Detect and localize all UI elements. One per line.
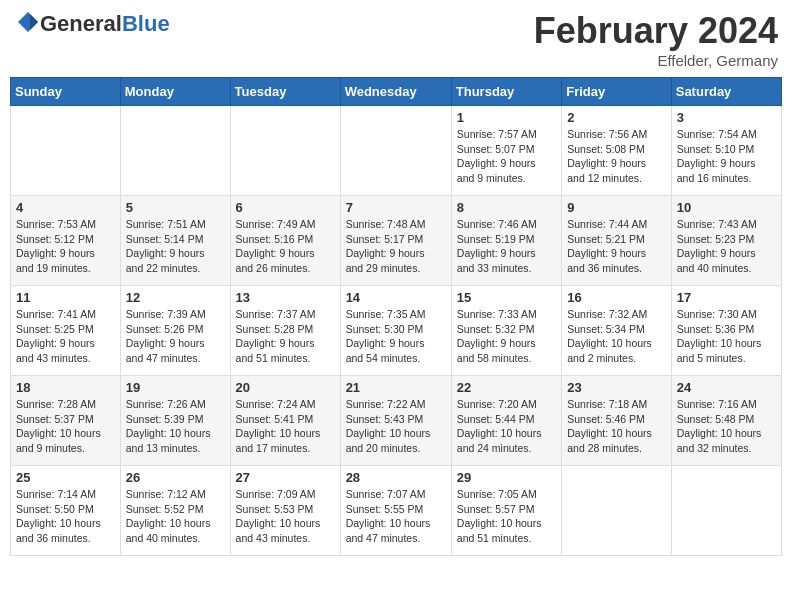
day-info: Sunrise: 7:41 AM Sunset: 5:25 PM Dayligh… [16,307,115,366]
page-header: GeneralBlue February 2024 Effelder, Germ… [10,10,782,69]
location: Effelder, Germany [534,52,778,69]
day-info: Sunrise: 7:09 AM Sunset: 5:53 PM Dayligh… [236,487,335,546]
day-info: Sunrise: 7:05 AM Sunset: 5:57 PM Dayligh… [457,487,556,546]
calendar-cell: 6Sunrise: 7:49 AM Sunset: 5:16 PM Daylig… [230,196,340,286]
day-number: 1 [457,110,556,125]
day-info: Sunrise: 7:26 AM Sunset: 5:39 PM Dayligh… [126,397,225,456]
calendar-cell [562,466,672,556]
day-number: 20 [236,380,335,395]
day-number: 21 [346,380,446,395]
day-number: 28 [346,470,446,485]
day-info: Sunrise: 7:56 AM Sunset: 5:08 PM Dayligh… [567,127,666,186]
day-info: Sunrise: 7:46 AM Sunset: 5:19 PM Dayligh… [457,217,556,276]
calendar-cell: 15Sunrise: 7:33 AM Sunset: 5:32 PM Dayli… [451,286,561,376]
calendar-cell [340,106,451,196]
calendar-cell: 20Sunrise: 7:24 AM Sunset: 5:41 PM Dayli… [230,376,340,466]
day-number: 11 [16,290,115,305]
day-info: Sunrise: 7:22 AM Sunset: 5:43 PM Dayligh… [346,397,446,456]
calendar-cell: 22Sunrise: 7:20 AM Sunset: 5:44 PM Dayli… [451,376,561,466]
calendar-cell: 5Sunrise: 7:51 AM Sunset: 5:14 PM Daylig… [120,196,230,286]
logo-blue-text: Blue [122,11,170,36]
calendar-cell: 18Sunrise: 7:28 AM Sunset: 5:37 PM Dayli… [11,376,121,466]
day-number: 7 [346,200,446,215]
day-info: Sunrise: 7:20 AM Sunset: 5:44 PM Dayligh… [457,397,556,456]
weekday-header: Tuesday [230,78,340,106]
day-number: 22 [457,380,556,395]
day-info: Sunrise: 7:37 AM Sunset: 5:28 PM Dayligh… [236,307,335,366]
day-number: 2 [567,110,666,125]
calendar-header-row: SundayMondayTuesdayWednesdayThursdayFrid… [11,78,782,106]
day-number: 16 [567,290,666,305]
day-number: 9 [567,200,666,215]
day-info: Sunrise: 7:14 AM Sunset: 5:50 PM Dayligh… [16,487,115,546]
day-info: Sunrise: 7:43 AM Sunset: 5:23 PM Dayligh… [677,217,776,276]
calendar-cell: 9Sunrise: 7:44 AM Sunset: 5:21 PM Daylig… [562,196,672,286]
calendar-cell: 27Sunrise: 7:09 AM Sunset: 5:53 PM Dayli… [230,466,340,556]
day-info: Sunrise: 7:39 AM Sunset: 5:26 PM Dayligh… [126,307,225,366]
day-info: Sunrise: 7:44 AM Sunset: 5:21 PM Dayligh… [567,217,666,276]
calendar-cell: 12Sunrise: 7:39 AM Sunset: 5:26 PM Dayli… [120,286,230,376]
day-info: Sunrise: 7:16 AM Sunset: 5:48 PM Dayligh… [677,397,776,456]
calendar-cell: 16Sunrise: 7:32 AM Sunset: 5:34 PM Dayli… [562,286,672,376]
day-info: Sunrise: 7:51 AM Sunset: 5:14 PM Dayligh… [126,217,225,276]
calendar-cell: 8Sunrise: 7:46 AM Sunset: 5:19 PM Daylig… [451,196,561,286]
day-info: Sunrise: 7:33 AM Sunset: 5:32 PM Dayligh… [457,307,556,366]
day-number: 14 [346,290,446,305]
day-info: Sunrise: 7:18 AM Sunset: 5:46 PM Dayligh… [567,397,666,456]
day-info: Sunrise: 7:28 AM Sunset: 5:37 PM Dayligh… [16,397,115,456]
calendar-week-row: 25Sunrise: 7:14 AM Sunset: 5:50 PM Dayli… [11,466,782,556]
title-block: February 2024 Effelder, Germany [534,10,778,69]
calendar-cell: 2Sunrise: 7:56 AM Sunset: 5:08 PM Daylig… [562,106,672,196]
calendar-cell: 14Sunrise: 7:35 AM Sunset: 5:30 PM Dayli… [340,286,451,376]
day-number: 4 [16,200,115,215]
calendar-cell: 1Sunrise: 7:57 AM Sunset: 5:07 PM Daylig… [451,106,561,196]
calendar-table: SundayMondayTuesdayWednesdayThursdayFrid… [10,77,782,556]
calendar-cell: 3Sunrise: 7:54 AM Sunset: 5:10 PM Daylig… [671,106,781,196]
calendar-week-row: 1Sunrise: 7:57 AM Sunset: 5:07 PM Daylig… [11,106,782,196]
day-number: 23 [567,380,666,395]
day-number: 19 [126,380,225,395]
calendar-cell: 26Sunrise: 7:12 AM Sunset: 5:52 PM Dayli… [120,466,230,556]
calendar-cell: 25Sunrise: 7:14 AM Sunset: 5:50 PM Dayli… [11,466,121,556]
day-info: Sunrise: 7:07 AM Sunset: 5:55 PM Dayligh… [346,487,446,546]
day-number: 3 [677,110,776,125]
day-number: 6 [236,200,335,215]
day-info: Sunrise: 7:49 AM Sunset: 5:16 PM Dayligh… [236,217,335,276]
calendar-week-row: 18Sunrise: 7:28 AM Sunset: 5:37 PM Dayli… [11,376,782,466]
calendar-cell: 13Sunrise: 7:37 AM Sunset: 5:28 PM Dayli… [230,286,340,376]
calendar-cell [11,106,121,196]
day-number: 10 [677,200,776,215]
day-info: Sunrise: 7:12 AM Sunset: 5:52 PM Dayligh… [126,487,225,546]
day-number: 27 [236,470,335,485]
day-info: Sunrise: 7:30 AM Sunset: 5:36 PM Dayligh… [677,307,776,366]
day-info: Sunrise: 7:54 AM Sunset: 5:10 PM Dayligh… [677,127,776,186]
weekday-header: Thursday [451,78,561,106]
day-info: Sunrise: 7:53 AM Sunset: 5:12 PM Dayligh… [16,217,115,276]
svg-marker-1 [30,14,38,30]
calendar-cell: 19Sunrise: 7:26 AM Sunset: 5:39 PM Dayli… [120,376,230,466]
calendar-cell: 28Sunrise: 7:07 AM Sunset: 5:55 PM Dayli… [340,466,451,556]
day-info: Sunrise: 7:32 AM Sunset: 5:34 PM Dayligh… [567,307,666,366]
logo-icon [16,10,40,34]
day-number: 25 [16,470,115,485]
day-number: 26 [126,470,225,485]
day-number: 8 [457,200,556,215]
logo: GeneralBlue [14,10,170,38]
day-number: 29 [457,470,556,485]
day-number: 13 [236,290,335,305]
calendar-week-row: 11Sunrise: 7:41 AM Sunset: 5:25 PM Dayli… [11,286,782,376]
calendar-cell: 11Sunrise: 7:41 AM Sunset: 5:25 PM Dayli… [11,286,121,376]
day-number: 18 [16,380,115,395]
calendar-cell: 4Sunrise: 7:53 AM Sunset: 5:12 PM Daylig… [11,196,121,286]
calendar-cell: 24Sunrise: 7:16 AM Sunset: 5:48 PM Dayli… [671,376,781,466]
weekday-header: Wednesday [340,78,451,106]
day-number: 15 [457,290,556,305]
logo-general-text: General [40,11,122,36]
day-info: Sunrise: 7:48 AM Sunset: 5:17 PM Dayligh… [346,217,446,276]
calendar-cell: 17Sunrise: 7:30 AM Sunset: 5:36 PM Dayli… [671,286,781,376]
weekday-header: Saturday [671,78,781,106]
month-title: February 2024 [534,10,778,52]
day-number: 17 [677,290,776,305]
calendar-week-row: 4Sunrise: 7:53 AM Sunset: 5:12 PM Daylig… [11,196,782,286]
day-number: 12 [126,290,225,305]
